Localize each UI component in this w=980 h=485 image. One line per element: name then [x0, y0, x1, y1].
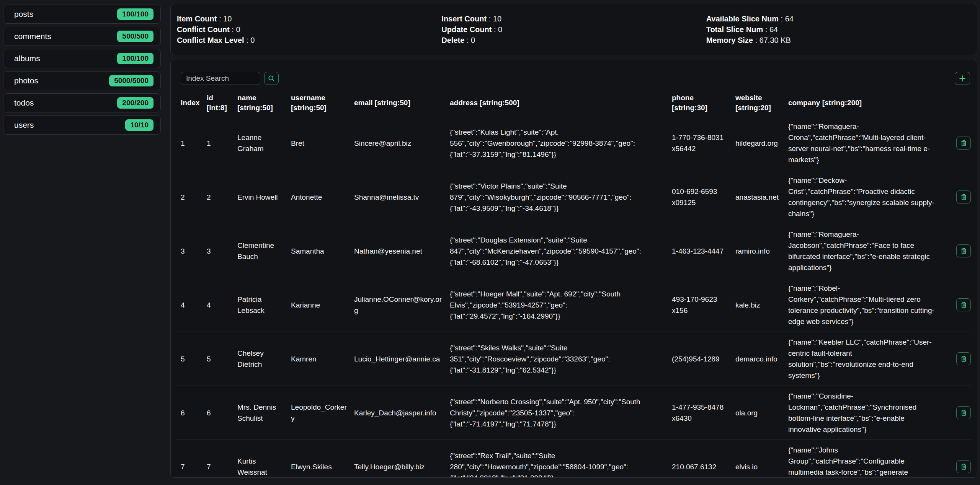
cell-phone: 1-770-736-8031 x56442	[672, 127, 735, 159]
count-badge: 500/500	[117, 31, 154, 42]
cell-username: Samantha	[291, 241, 354, 261]
cell-actions	[944, 244, 972, 257]
cell-website: anastasia.net	[735, 187, 788, 207]
cell-website: demarco.info	[735, 349, 788, 369]
column-header-address: address [string:500]	[450, 95, 672, 111]
column-header-id: id [int:8]	[207, 90, 237, 116]
sidebar-item-posts[interactable]: posts 100/100	[3, 5, 161, 24]
cell-id: 1	[207, 133, 237, 153]
trash-icon	[960, 139, 968, 147]
cell-email: Nathan@yesenia.net	[354, 241, 450, 261]
cell-name: Ervin Howell	[237, 187, 291, 207]
stat-insert-count: Insert Count : 10	[441, 14, 706, 24]
table-row: 7 7 Kurtis Weissnat Elwyn.Skiles Telly.H…	[176, 439, 972, 478]
stats-column-counts: Item Count : 10 Conflict Count : 0 Confl…	[177, 14, 441, 45]
sidebar-item-label: users	[14, 120, 34, 130]
delete-row-button[interactable]	[956, 137, 971, 150]
stats-column-memory: Available Slice Num : 64 Total Slice Num…	[706, 14, 971, 45]
table-row: 1 1 Leanne Graham Bret Sincere@april.biz…	[176, 116, 972, 170]
cell-phone: (254)954-1289	[672, 349, 735, 369]
cell-company: {"name":"Robel-Corkery","catchPhrase":"M…	[788, 278, 944, 332]
table-toolbar	[181, 72, 970, 85]
column-header-company: company [string:200]	[788, 95, 944, 111]
delete-row-button[interactable]	[956, 298, 971, 311]
cell-id: 3	[207, 241, 237, 261]
trash-icon	[960, 193, 968, 201]
cell-address: {"street":"Douglas Extension","suite":"S…	[450, 230, 672, 272]
cell-name: Patricia Lebsack	[237, 289, 291, 321]
stat-conflict-count: Conflict Count : 0	[177, 25, 441, 34]
main-content: Item Count : 10 Conflict Count : 0 Confl…	[170, 4, 977, 478]
cell-phone: 1-463-123-4447	[672, 241, 735, 261]
cell-address: {"street":"Skiles Walks","suite":"Suite …	[450, 338, 672, 380]
cell-website: kale.biz	[735, 295, 788, 315]
cell-index: 2	[176, 187, 207, 207]
sidebar-item-photos[interactable]: photos 5000/5000	[3, 71, 161, 90]
count-badge: 100/100	[117, 53, 154, 65]
cell-email: Telly.Hoeger@billy.biz	[354, 457, 450, 477]
sidebar-item-todos[interactable]: todos 200/200	[3, 93, 161, 112]
stats-panel: Item Count : 10 Conflict Count : 0 Confl…	[170, 4, 977, 55]
cell-email: Julianne.OConner@kory.org	[354, 289, 450, 321]
cell-company: {"name":"Deckow-Crist","catchPhrase":"Pr…	[788, 170, 944, 224]
count-badge: 10/10	[125, 119, 154, 131]
cell-actions	[944, 352, 972, 365]
magnifier-icon	[267, 74, 276, 83]
column-header-index: Index	[176, 95, 207, 111]
trash-icon	[960, 463, 968, 471]
search-button[interactable]	[264, 72, 279, 85]
cell-address: {"street":"Victor Plains","suite":"Suite…	[450, 176, 672, 218]
cell-address: {"street":"Hoeger Mall","suite":"Apt. 69…	[450, 284, 672, 326]
delete-row-button[interactable]	[956, 244, 971, 257]
cell-index: 6	[176, 403, 207, 423]
cell-id: 5	[207, 349, 237, 369]
cell-website: hildegard.org	[735, 133, 788, 153]
delete-row-button[interactable]	[956, 460, 971, 473]
cell-company: {"name":"Keebler LLC","catchPhrase":"Use…	[788, 332, 944, 386]
cell-name: Kurtis Weissnat	[237, 451, 291, 478]
column-header-website: website [string:20]	[735, 90, 788, 116]
cell-index: 5	[176, 349, 207, 369]
cell-username: Kamren	[291, 349, 354, 369]
cell-website: elvis.io	[735, 457, 788, 477]
delete-row-button[interactable]	[956, 406, 971, 419]
sidebar-item-albums[interactable]: albums 100/100	[3, 49, 161, 68]
delete-row-button[interactable]	[956, 352, 971, 365]
sidebar-item-users[interactable]: users 10/10	[3, 116, 161, 135]
sidebar-item-label: comments	[14, 32, 51, 41]
cell-website: ramiro.info	[735, 241, 788, 261]
collections-sidebar: posts 100/100 comments 500/500 albums 10…	[3, 5, 161, 138]
column-header-username: username [string:50]	[291, 90, 354, 116]
delete-row-button[interactable]	[956, 190, 971, 203]
table-body: 1 1 Leanne Graham Bret Sincere@april.biz…	[176, 116, 972, 478]
stat-conflict-max-level: Conflict Max Level : 0	[177, 36, 441, 45]
cell-actions	[944, 137, 972, 150]
sidebar-item-label: albums	[14, 54, 40, 63]
cell-actions	[944, 298, 972, 311]
cell-index: 3	[176, 241, 207, 261]
count-badge: 200/200	[117, 97, 154, 109]
cell-username: Karianne	[291, 295, 354, 315]
table-row: 5 5 Chelsey Dietrich Kamren Lucio_Hettin…	[176, 332, 972, 386]
cell-username: Elwyn.Skiles	[291, 457, 354, 477]
cell-name: Mrs. Dennis Schulist	[237, 397, 291, 428]
sidebar-item-label: photos	[14, 76, 38, 85]
cell-company: {"name":"Romaguera-Jacobson","catchPhras…	[788, 224, 944, 278]
cell-address: {"street":"Norberto Crossing","suite":"A…	[450, 392, 672, 434]
column-header-email: email [string:50]	[354, 95, 450, 111]
cell-id: 4	[207, 295, 237, 315]
cell-name: Chelsey Dietrich	[237, 343, 291, 374]
stat-total-slice-num: Total Slice Num : 64	[706, 25, 971, 34]
cell-name: Leanne Graham	[237, 127, 291, 159]
sidebar-item-comments[interactable]: comments 500/500	[3, 27, 161, 46]
stat-available-slice-num: Available Slice Num : 64	[706, 14, 971, 24]
stat-update-count: Update Count : 0	[441, 25, 706, 34]
stat-item-count: Item Count : 10	[177, 14, 441, 24]
cell-id: 2	[207, 187, 237, 207]
cell-name: Clementine Bauch	[237, 235, 291, 267]
cell-actions	[944, 460, 972, 473]
table-row: 2 2 Ervin Howell Antonette Shanna@meliss…	[176, 170, 972, 224]
index-search-input[interactable]	[181, 72, 260, 85]
cell-website: ola.org	[735, 403, 788, 423]
add-row-button[interactable]	[955, 72, 970, 85]
